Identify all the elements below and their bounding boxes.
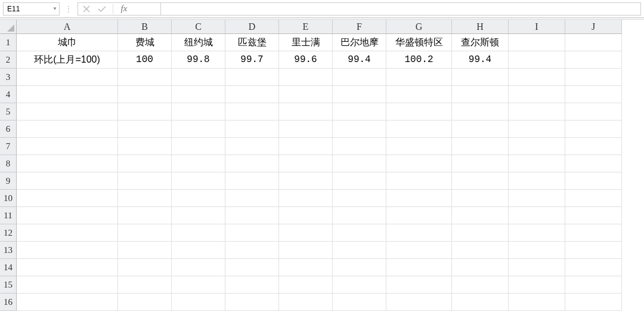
cell-G2[interactable]: 100.2: [386, 51, 452, 69]
cell-C6[interactable]: [172, 121, 225, 138]
cell-A11[interactable]: [17, 207, 118, 224]
row-header-6[interactable]: 6: [0, 121, 17, 138]
chevron-down-icon[interactable]: ▼: [52, 6, 57, 11]
cell-E7[interactable]: [279, 138, 333, 155]
cell-E10[interactable]: [279, 190, 333, 207]
row-header-3[interactable]: 3: [0, 69, 17, 86]
row-header-5[interactable]: 5: [0, 103, 17, 121]
cell-J12[interactable]: [565, 224, 622, 242]
cell-D10[interactable]: [225, 190, 279, 207]
cell-G12[interactable]: [386, 224, 452, 242]
row-header-13[interactable]: 13: [0, 242, 17, 259]
cell-E12[interactable]: [279, 224, 333, 242]
cell-H1[interactable]: 查尔斯顿: [452, 34, 509, 51]
cell-E2[interactable]: 99.6: [279, 51, 333, 69]
cell-C14[interactable]: [172, 259, 225, 276]
cell-F10[interactable]: [333, 190, 386, 207]
row-header-9[interactable]: 9: [0, 172, 17, 190]
cell-B6[interactable]: [118, 121, 172, 138]
cell-B10[interactable]: [118, 190, 172, 207]
cell-F13[interactable]: [333, 242, 386, 259]
cell-G13[interactable]: [386, 242, 452, 259]
row-header-7[interactable]: 7: [0, 138, 17, 155]
column-header-G[interactable]: G: [386, 20, 452, 34]
cell-G7[interactable]: [386, 138, 452, 155]
cell-D7[interactable]: [225, 138, 279, 155]
column-header-D[interactable]: D: [225, 20, 279, 34]
cell-C1[interactable]: 纽约城: [172, 34, 225, 51]
cell-I11[interactable]: [509, 207, 565, 224]
cell-F2[interactable]: 99.4: [333, 51, 386, 69]
cell-E8[interactable]: [279, 155, 333, 172]
grid-body[interactable]: 城巾费城纽约城匹兹堡里士满巴尔地摩华盛顿特区查尔斯顿环比(上月=100)1009…: [17, 34, 622, 311]
cell-H15[interactable]: [452, 276, 509, 294]
cell-I16[interactable]: [509, 294, 565, 311]
cell-F16[interactable]: [333, 294, 386, 311]
row-header-4[interactable]: 4: [0, 86, 17, 103]
cell-D4[interactable]: [225, 86, 279, 103]
row-header-1[interactable]: 1: [0, 34, 17, 51]
cell-B15[interactable]: [118, 276, 172, 294]
cell-B13[interactable]: [118, 242, 172, 259]
cell-E9[interactable]: [279, 172, 333, 190]
cell-J3[interactable]: [565, 69, 622, 86]
cell-A13[interactable]: [17, 242, 118, 259]
cell-D3[interactable]: [225, 69, 279, 86]
cell-J6[interactable]: [565, 121, 622, 138]
column-header-J[interactable]: J: [565, 20, 622, 34]
cell-G4[interactable]: [386, 86, 452, 103]
cell-D6[interactable]: [225, 121, 279, 138]
cell-E16[interactable]: [279, 294, 333, 311]
cell-D5[interactable]: [225, 103, 279, 121]
cell-B11[interactable]: [118, 207, 172, 224]
cell-I8[interactable]: [509, 155, 565, 172]
cell-A16[interactable]: [17, 294, 118, 311]
cell-E13[interactable]: [279, 242, 333, 259]
cell-I15[interactable]: [509, 276, 565, 294]
row-header-14[interactable]: 14: [0, 259, 17, 276]
cell-J1[interactable]: [565, 34, 622, 51]
cell-A7[interactable]: [17, 138, 118, 155]
cell-C4[interactable]: [172, 86, 225, 103]
cell-A2[interactable]: 环比(上月=100): [17, 51, 118, 69]
cell-F12[interactable]: [333, 224, 386, 242]
cell-A14[interactable]: [17, 259, 118, 276]
row-header-12[interactable]: 12: [0, 224, 17, 242]
cell-C13[interactable]: [172, 242, 225, 259]
cell-G1[interactable]: 华盛顿特区: [386, 34, 452, 51]
cell-F7[interactable]: [333, 138, 386, 155]
cell-C16[interactable]: [172, 294, 225, 311]
cell-D14[interactable]: [225, 259, 279, 276]
cell-B3[interactable]: [118, 69, 172, 86]
cell-C12[interactable]: [172, 224, 225, 242]
cell-B7[interactable]: [118, 138, 172, 155]
cell-B9[interactable]: [118, 172, 172, 190]
cell-D13[interactable]: [225, 242, 279, 259]
cell-I9[interactable]: [509, 172, 565, 190]
cell-G8[interactable]: [386, 155, 452, 172]
cell-H13[interactable]: [452, 242, 509, 259]
cell-H16[interactable]: [452, 294, 509, 311]
cell-F8[interactable]: [333, 155, 386, 172]
cell-D1[interactable]: 匹兹堡: [225, 34, 279, 51]
cell-H10[interactable]: [452, 190, 509, 207]
cell-G10[interactable]: [386, 190, 452, 207]
column-header-F[interactable]: F: [333, 20, 386, 34]
cell-H2[interactable]: 99.4: [452, 51, 509, 69]
cell-J7[interactable]: [565, 138, 622, 155]
cell-E14[interactable]: [279, 259, 333, 276]
row-header-2[interactable]: 2: [0, 51, 17, 69]
cell-A6[interactable]: [17, 121, 118, 138]
cell-J13[interactable]: [565, 242, 622, 259]
cell-J11[interactable]: [565, 207, 622, 224]
cell-E4[interactable]: [279, 86, 333, 103]
cell-A15[interactable]: [17, 276, 118, 294]
cell-J9[interactable]: [565, 172, 622, 190]
column-header-E[interactable]: E: [279, 20, 333, 34]
cell-B2[interactable]: 100: [118, 51, 172, 69]
cell-F9[interactable]: [333, 172, 386, 190]
cell-F14[interactable]: [333, 259, 386, 276]
cell-D11[interactable]: [225, 207, 279, 224]
cell-G15[interactable]: [386, 276, 452, 294]
cell-H6[interactable]: [452, 121, 509, 138]
